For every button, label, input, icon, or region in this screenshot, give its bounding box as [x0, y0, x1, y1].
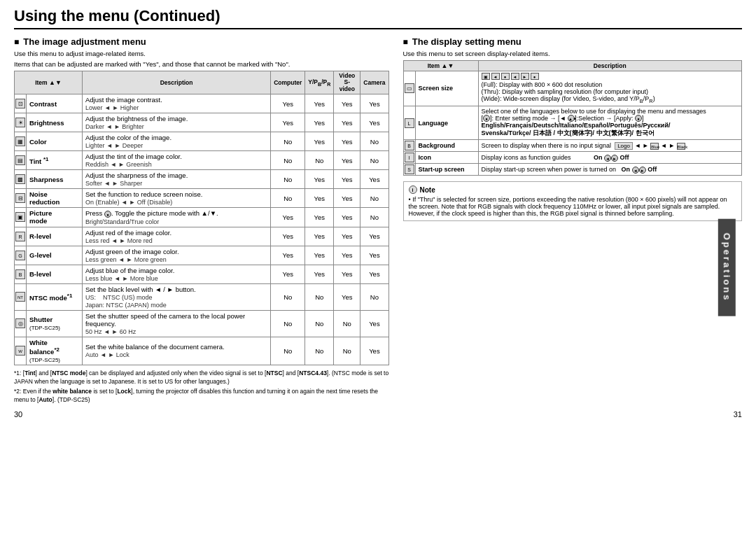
video-ntsc: Yes: [334, 283, 360, 310]
page-numbers: 30 31: [14, 410, 742, 419]
ypbpr-rlevel: Yes: [305, 227, 334, 246]
desc-noise: Set the function to reduce screen noise.…: [83, 189, 271, 208]
note-icon: i: [409, 185, 417, 194]
camera-rlevel: Yes: [360, 227, 388, 246]
video-blevel: Yes: [334, 265, 360, 283]
table-row: ⊟ Noisereduction Set the function to red…: [15, 189, 389, 208]
computer-color: No: [271, 132, 305, 151]
item-label-icon: Icon: [415, 152, 478, 164]
ypbpr-sharpness: Yes: [305, 170, 334, 189]
table-row: ▣ Picturemode Press ●. Toggle the pictur…: [15, 208, 389, 227]
item-label-blevel: B-level: [27, 265, 83, 283]
ypbpr-blevel: Yes: [305, 265, 334, 283]
item-icon-brightness: ☀: [15, 113, 27, 132]
ypbpr-contrast: Yes: [305, 94, 334, 113]
table-row: G G-level Adjust green of the image colo…: [15, 246, 389, 265]
camera-picture: No: [360, 208, 388, 227]
item-icon-rlevel: R: [15, 227, 27, 246]
camera-glevel: Yes: [360, 246, 388, 265]
desc-rlevel: Adjust red of the image color.Less red ◄…: [83, 227, 271, 246]
table-row: ▤ Tint *1 Adjust the tint of the image c…: [15, 151, 389, 170]
item-label-contrast: Contrast: [27, 94, 83, 113]
table-row: ◎ Shutter(TDP-SC25) Set the shutter spee…: [15, 310, 389, 337]
th-item-right: Item ▲▼: [403, 61, 478, 71]
ypbpr-color: Yes: [305, 132, 334, 151]
desc-white: Set the white balance of the document ca…: [83, 337, 271, 365]
item-label-noise: Noisereduction: [27, 189, 83, 208]
item-icon-white: W: [15, 337, 27, 365]
video-contrast: Yes: [334, 94, 360, 113]
computer-noise: No: [271, 189, 305, 208]
table-row: B Background Screen to display when ther…: [403, 140, 742, 152]
left-subtitle2: Items that can be adjusted are marked wi…: [14, 60, 389, 68]
desc-shutter: Set the shutter speed of the camera to t…: [83, 310, 271, 337]
ypbpr-glevel: Yes: [305, 246, 334, 265]
computer-sharpness: No: [271, 170, 305, 189]
th-description-right: Description: [478, 61, 742, 71]
computer-shutter: No: [271, 310, 305, 337]
item-label-rlevel: R-level: [27, 227, 83, 246]
item-icon-shutter: ◎: [15, 310, 27, 337]
camera-shutter: Yes: [360, 310, 388, 337]
note-box: i Note • If "Thru" is selected for scree…: [403, 181, 743, 221]
item-icon-sharpness: ▩: [15, 170, 27, 189]
table-row: ▩ Sharpness Adjust the sharpness of the …: [15, 170, 389, 189]
ypbpr-tint: No: [305, 151, 334, 170]
note-content: • If "Thru" is selected for screen size,…: [409, 196, 737, 217]
video-brightness: Yes: [334, 113, 360, 132]
item-icon-picture: ▣: [15, 208, 27, 227]
camera-ntsc: No: [360, 283, 388, 310]
left-subtitle1: Use this menu to adjust image-related it…: [14, 50, 389, 57]
table-row: L Language Select one of the languages b…: [403, 106, 742, 140]
desc-contrast: Adjust the image contrast.Lower ◄ ► High…: [83, 94, 271, 113]
video-shutter: No: [334, 310, 360, 337]
video-tint: Yes: [334, 151, 360, 170]
table-row: W Whitebalance*2(TDP-SC25) Set the white…: [15, 337, 389, 365]
camera-brightness: Yes: [360, 113, 388, 132]
item-icon-noise: ⊟: [15, 189, 27, 208]
ypbpr-picture: Yes: [305, 208, 334, 227]
ypbpr-ntsc: No: [305, 283, 334, 310]
item-icon-blevel: B: [15, 265, 27, 283]
display-setting-table: Item ▲▼ Description ▭ Screen size ▣◄●◄►●…: [403, 60, 743, 176]
table-row: S Start-up screen Display start-up scree…: [403, 164, 742, 176]
computer-ntsc: No: [271, 283, 305, 310]
note-title: i Note: [409, 185, 737, 194]
item-label-background: Background: [415, 140, 478, 152]
video-noise: Yes: [334, 189, 360, 208]
table-row: ⊡ Contrast Adjust the image contrast.Low…: [15, 94, 389, 113]
item-label-startup: Start-up screen: [415, 164, 478, 176]
item-icon-background: B: [403, 140, 415, 152]
item-label-white: Whitebalance*2(TDP-SC25): [27, 337, 83, 365]
video-rlevel: Yes: [334, 227, 360, 246]
video-picture: Yes: [334, 208, 360, 227]
left-section: The image adjustment menu Use this menu …: [14, 36, 389, 405]
page-left: 30: [14, 410, 22, 419]
desc-language: Select one of the languages below to use…: [478, 106, 742, 140]
ypbpr-white: No: [305, 337, 334, 365]
item-label-sharpness: Sharpness: [27, 170, 83, 189]
item-icon-screen: ▭: [403, 71, 415, 106]
desc-screen: ▣◄●◄►● (Full): Display with 800 × 600 do…: [478, 71, 742, 106]
item-icon-language: L: [403, 106, 415, 140]
item-icon-ntsc: NT: [15, 283, 27, 310]
operations-tab: Operations: [718, 218, 736, 316]
left-section-title: The image adjustment menu: [14, 36, 389, 47]
item-icon-glevel: G: [15, 246, 27, 265]
item-icon-startup: S: [403, 164, 415, 176]
desc-picture: Press ●. Toggle the picture mode with ▲/…: [83, 208, 271, 227]
camera-noise: No: [360, 189, 388, 208]
page-right: 31: [734, 410, 742, 419]
desc-glevel: Adjust green of the image color.Less gre…: [83, 246, 271, 265]
item-icon-color: ▦: [15, 132, 27, 151]
table-row: I Icon Display icons as function guides …: [403, 152, 742, 164]
desc-startup: Display start-up screen when power is tu…: [478, 164, 742, 176]
image-adjustment-table: Item ▲▼ Description Computer Y/PB/PR Vid…: [14, 71, 389, 365]
desc-brightness: Adjust the brightness of the image.Darke…: [83, 113, 271, 132]
th-ypbpr: Y/PB/PR: [305, 71, 334, 94]
item-label-glevel: G-level: [27, 246, 83, 265]
desc-color: Adjust the color of the image.Lighter ◄ …: [83, 132, 271, 151]
desc-tint: Adjust the tint of the image color.Reddi…: [83, 151, 271, 170]
video-glevel: Yes: [334, 246, 360, 265]
computer-tint: No: [271, 151, 305, 170]
